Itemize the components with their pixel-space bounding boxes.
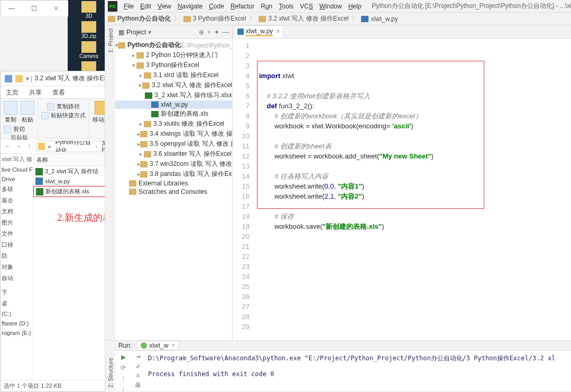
ribbon-tab-view[interactable]: 查看 — [47, 86, 70, 98]
menu-navigate[interactable]: Navigate — [174, 3, 206, 10]
stop-icon[interactable]: ⟳ — [119, 363, 127, 372]
nav-item[interactable]: 下 — [1, 287, 33, 298]
up-icon[interactable]: ↑ — [119, 374, 127, 382]
structure-toolwindow-bar[interactable]: 2: Structure — [105, 341, 115, 391]
window-maximize-icon[interactable]: ☐ — [23, 1, 45, 16]
print-icon[interactable]: 🖶 — [135, 381, 141, 389]
python-icon — [35, 178, 43, 185]
scroll-icon[interactable]: ≡ — [136, 372, 140, 379]
run-toolbar: ▶ ⟳ ↑ ↓ — [115, 351, 131, 392]
menu-vcs[interactable]: VCS — [297, 3, 316, 10]
tree-item[interactable]: ▸3.6 xlswriter 写入 操作Excel — [115, 149, 232, 159]
nav-item[interactable]: ftware (D:) — [1, 319, 33, 328]
hide-icon[interactable]: — — [223, 29, 229, 36]
copy-button[interactable]: 复制 — [4, 101, 17, 124]
paste-shortcut-button[interactable]: 粘贴快捷方式 — [41, 111, 86, 119]
editor-tab[interactable]: xlwt_w.py × — [234, 25, 283, 38]
tree-item[interactable]: ▸2 Python 10分钟快速入门 — [115, 50, 232, 60]
menu-code[interactable]: Code — [206, 3, 227, 10]
tree-item[interactable]: External Libraries — [115, 179, 232, 188]
close-tab-icon[interactable]: × — [276, 28, 280, 35]
rerun-icon[interactable]: ▶ — [119, 353, 127, 361]
nav-item[interactable]: 自动 — [1, 273, 33, 284]
project-panel-header[interactable]: ▦ Project ▾ ⊕ ÷ ✦ — — [115, 25, 232, 39]
divide-icon[interactable]: ÷ — [207, 29, 211, 36]
chevron-down-icon[interactable]: ▾ — [148, 29, 151, 36]
nav-item[interactable]: 展会 — [1, 195, 33, 206]
explorer-titlebar[interactable]: ▾ | 3.2 xlwt 写入 修改 操作Excel — [1, 71, 121, 86]
explorer-nav-pane[interactable]: xlwt 写入 修 tive Cloud F Drive 多研 展会 文档 图片… — [1, 154, 33, 380]
ribbon-tab-share[interactable]: 共享 — [24, 86, 47, 98]
desktop-icon[interactable]: 3D — [68, 0, 110, 20]
explorer-title: 3.2 xlwt 写入 修改 操作Excel — [34, 74, 115, 83]
menu-view[interactable]: View — [154, 3, 174, 10]
nav-item[interactable]: Drive — [1, 174, 33, 184]
window-close-icon[interactable]: ✕ — [45, 1, 67, 16]
gear-icon[interactable]: ✦ — [214, 29, 219, 36]
breadcrumb-item[interactable]: Python办公自动化 — [105, 14, 174, 23]
folder-icon — [15, 75, 23, 82]
nav-item[interactable]: 对象 — [1, 262, 33, 273]
nav-up-icon[interactable]: ↑ — [24, 141, 34, 152]
menu-run[interactable]: Run — [257, 3, 275, 10]
nav-item[interactable]: rogram (E:) — [1, 328, 33, 338]
desktop-icon[interactable]: Camera — [68, 40, 110, 60]
wrap-icon[interactable]: ↲ — [135, 362, 141, 370]
menu-file[interactable]: File — [121, 3, 137, 10]
nav-back-icon[interactable]: ← — [3, 141, 13, 152]
project-tree[interactable]: ▾Python办公自动化 E:\Project\Python_Proj▸2 Py… — [115, 39, 232, 340]
tree-item[interactable]: ▸3.5 openpyxl 读取 写入 修改 操作E — [115, 139, 232, 149]
tree-item[interactable]: xlwt_w.py — [115, 100, 232, 109]
ribbon-tab-home[interactable]: 主页 — [1, 86, 24, 98]
nav-item[interactable]: (C:) — [1, 309, 33, 319]
tree-item[interactable]: ▾3 Python操作Excel — [115, 60, 232, 70]
collapse-icon[interactable]: ⊕ — [199, 29, 204, 36]
nav-item[interactable]: 防 — [1, 250, 33, 262]
nav-item[interactable]: 图片 — [1, 217, 33, 228]
tree-item[interactable]: ▸3.4 xlwings 读取 写入 修改 操作Ex — [115, 129, 232, 139]
filter-icon[interactable]: ⇥ — [135, 353, 141, 360]
tree-item[interactable]: 3_2 xlwt 写入 操作练习.xlsx — [115, 90, 232, 100]
tree-root[interactable]: ▾Python办公自动化 E:\Project\Python_Proj — [115, 40, 232, 50]
menu-window[interactable]: Window — [316, 3, 345, 10]
tree-item[interactable]: ▸3.8 pandas 读取 写入 操作Excel — [115, 169, 232, 179]
menu-refactor[interactable]: Refactor — [227, 3, 257, 10]
nav-item[interactable]: 多研 — [1, 184, 33, 195]
cut-button[interactable]: 剪切 — [4, 125, 25, 133]
menu-tools[interactable]: Tools — [275, 3, 297, 10]
ide-breadcrumb: Python办公自动化〉 3 Python操作Excel〉 3.2 xlwt 写… — [105, 13, 571, 25]
nav-item[interactable]: tive Cloud F — [1, 165, 33, 174]
nav-item[interactable]: 文件 — [1, 228, 33, 239]
down-icon[interactable]: ↓ — [119, 385, 127, 392]
nav-item[interactable]: 文档 — [1, 206, 33, 217]
tree-item[interactable]: ▸3.1 xlrd 读取 操作Excel — [115, 70, 232, 80]
desktop-icon[interactable]: 3D.zip — [68, 20, 110, 40]
nav-fwd-icon[interactable]: → — [13, 141, 24, 152]
tree-item[interactable]: ▸3.7 win32com 读取 写入 修改 操作 — [115, 159, 232, 169]
code-editor[interactable]: 1234567891011121314151617181920212223242… — [233, 39, 571, 364]
editor-tabs: xlwt_w.py × — [233, 25, 571, 39]
tree-item[interactable]: Scratches and Consoles — [115, 188, 232, 196]
ide-left-toolwindow-bar[interactable]: 1: Project — [105, 25, 115, 340]
menu-edit[interactable]: Edit — [137, 3, 154, 10]
explorer-statusbar: 选中 1 个项目 1.22 KB — [1, 380, 121, 391]
close-run-tab-icon[interactable]: × — [171, 342, 175, 349]
ide-menubar: PC File Edit View Navigate Code Refactor… — [105, 0, 571, 13]
tree-item[interactable]: 新创建的表格.xls — [115, 109, 232, 119]
code-content[interactable]: import xlwt # 3.2.2 使用xlwt创建新表格并写入 def f… — [254, 39, 571, 364]
tree-item[interactable]: ▸3.3 xlutils 修改 操作Excel — [115, 119, 232, 129]
tree-item[interactable]: ▾3.2 xlwt 写入 修改 操作Excel — [115, 80, 232, 90]
window-minimize-icon[interactable]: — — [1, 1, 23, 16]
ribbon-tabs: 主页 共享 查看 ? — [1, 86, 121, 99]
paste-button[interactable]: 粘贴 — [21, 101, 34, 124]
breadcrumb-item[interactable]: 3.2 xlwt 写入 修改 操作Excel — [255, 14, 352, 23]
breadcrumb-item[interactable]: xlwt_w.py — [358, 15, 401, 23]
nav-item[interactable]: 桌 — [1, 298, 33, 309]
nav-item[interactable]: 口转 — [1, 239, 33, 250]
ribbon: 复制 粘贴 剪切 剪贴板 复制路径 粘贴快捷方式 移动到 — [1, 99, 121, 139]
folder-icon — [183, 16, 191, 22]
copy-path-button[interactable]: 复制路径 — [47, 102, 80, 110]
breadcrumb-item[interactable]: 3 Python操作Excel — [180, 14, 250, 23]
run-tab[interactable]: xlwt_w × — [137, 341, 179, 350]
menu-help[interactable]: Help — [345, 3, 365, 10]
